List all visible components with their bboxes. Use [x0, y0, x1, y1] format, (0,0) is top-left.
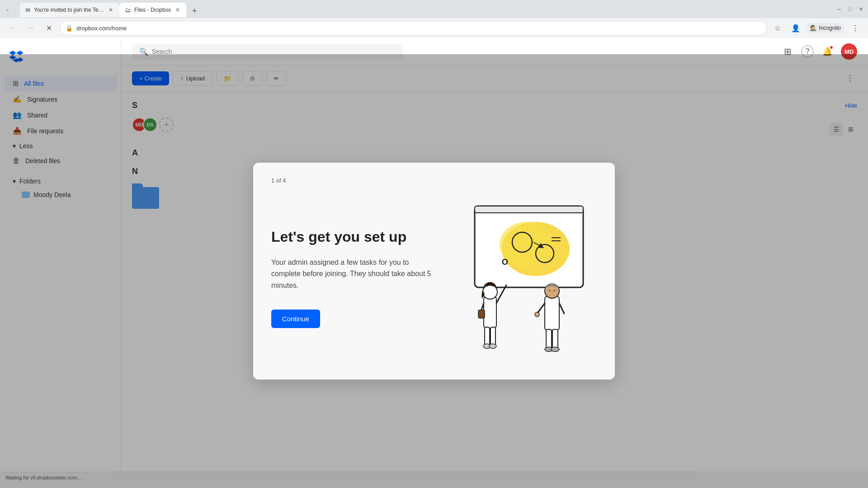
browser-chrome: ⌄ ✉ You're invited to join the Team... ✕… [0, 0, 868, 38]
tab-gmail[interactable]: ✉ You're invited to join the Team... ✕ [20, 3, 119, 17]
new-tab-button[interactable]: + [188, 5, 201, 17]
browser-toolbar: ← → ✕ 🔒 dropbox.com/home ☆ 👤 🕵 Incognito… [0, 18, 868, 38]
tab-list-button[interactable]: ⌄ [4, 5, 11, 13]
bookmark-icon[interactable]: ☆ [770, 21, 785, 35]
modal-description: Your admin assigned a few tasks for you … [271, 257, 434, 291]
tab-gmail-title: You're invited to join the Team... [34, 7, 104, 13]
address-url: dropbox.com/home [76, 25, 761, 32]
svg-point-24 [554, 290, 555, 291]
notification-dot [829, 45, 834, 50]
svg-rect-26 [552, 329, 558, 348]
svg-point-17 [489, 344, 496, 348]
toolbar-right: ☆ 👤 🕵 Incognito ⋮ [770, 21, 863, 35]
modal-text-section: Let's get you set up Your admin assigned… [271, 228, 434, 328]
modal-overlay: 1 of 4 Let's get you set up Your admin a… [0, 54, 868, 488]
svg-rect-25 [546, 329, 552, 348]
lock-icon: 🔒 [66, 25, 73, 32]
window-controls: ⌄ [4, 5, 11, 13]
svg-line-21 [559, 303, 564, 314]
svg-rect-1 [475, 206, 583, 213]
svg-rect-14 [485, 327, 490, 345]
svg-point-29 [535, 312, 539, 317]
incognito-label: Incognito [819, 25, 841, 31]
incognito-badge: 🕵 Incognito [807, 23, 844, 33]
forward-button[interactable]: → [24, 21, 38, 35]
svg-rect-18 [478, 310, 485, 318]
title-bar: ⌄ ✉ You're invited to join the Team... ✕… [0, 0, 868, 18]
svg-rect-15 [491, 327, 495, 345]
continue-button[interactable]: Continue [271, 310, 320, 328]
setup-modal: 1 of 4 Let's get you set up Your admin a… [253, 163, 615, 380]
address-bar[interactable]: 🔒 dropbox.com/home [60, 21, 767, 35]
minimize-button[interactable]: ─ [835, 5, 843, 13]
svg-rect-19 [545, 296, 559, 330]
reload-button[interactable]: ✕ [42, 21, 56, 35]
svg-line-20 [537, 303, 545, 314]
modal-title: Let's get you set up [271, 228, 434, 245]
extensions-icon[interactable]: ⋮ [848, 21, 863, 35]
tab-dropbox-title: Files - Dropbox [134, 7, 171, 13]
profile-icon[interactable]: 👤 [788, 21, 803, 35]
setup-illustration: O [457, 202, 592, 355]
svg-rect-10 [484, 296, 496, 328]
close-button[interactable]: ✕ [857, 5, 864, 13]
svg-text:O: O [502, 258, 508, 267]
svg-point-13 [483, 285, 497, 299]
modal-illustration: O [452, 197, 597, 360]
tab-dropbox[interactable]: 🗂 Files - Dropbox ✕ [119, 3, 186, 17]
svg-point-23 [549, 290, 551, 291]
dropbox-favicon: 🗂 [125, 7, 131, 14]
modal-step-indicator: 1 of 4 [271, 177, 597, 184]
maximize-button[interactable]: □ [846, 5, 854, 13]
gmail-favicon: ✉ [25, 7, 30, 14]
incognito-icon: 🕵 [810, 25, 817, 31]
tab-gmail-close[interactable]: ✕ [108, 7, 114, 13]
back-button[interactable]: ← [5, 21, 20, 35]
modal-body: Let's get you set up Your admin assigned… [271, 195, 597, 361]
tab-dropbox-close[interactable]: ✕ [175, 7, 181, 13]
svg-point-28 [551, 347, 559, 352]
